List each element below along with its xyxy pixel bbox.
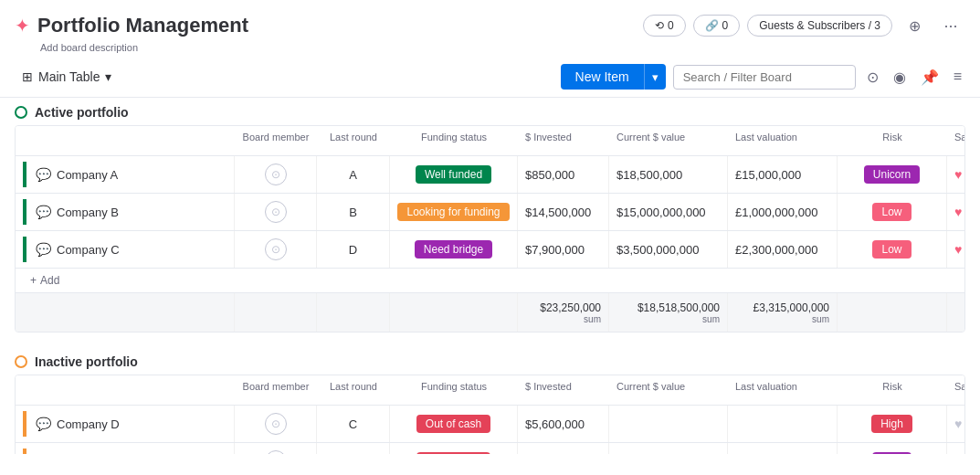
add-guests-icon-button[interactable]: ⊕ xyxy=(900,11,929,40)
main-table-button[interactable]: ⊞ Main Table ▾ xyxy=(15,66,119,88)
cell-name-d: 💬 Company D xyxy=(16,406,235,442)
sum-invested-value: $23,250,000 xyxy=(540,301,601,314)
table-row: 💬 Company D ⊙ C Out of cash $5,600,000 H… xyxy=(16,406,964,443)
col-last-valuation-i: Last valuation xyxy=(728,375,838,405)
heart-1: ♥ xyxy=(954,167,962,182)
heart-1: ♥ xyxy=(954,205,962,219)
add-person-icon: ⊕ xyxy=(909,17,921,35)
sum-satisfaction-active: 4 / 5 xyxy=(947,293,965,332)
cell-satisfaction-b: ♥ ♥ ♥ ♥ ♥ xyxy=(947,194,965,230)
more-options-button[interactable]: ··· xyxy=(936,11,965,40)
funding-badge-d: Out of cash xyxy=(416,415,490,433)
main-table-label: Main Table xyxy=(38,69,100,84)
avatar-e: ⊙ xyxy=(265,450,287,454)
risk-badge-b: Low xyxy=(872,203,911,221)
grid-icon: ⊞ xyxy=(22,69,33,84)
col-last-round: Last round xyxy=(317,126,390,155)
cell-board-member-d: ⊙ xyxy=(235,406,317,442)
table-row: 💬 Company A ⊙ A Well funded $850,000 $18… xyxy=(16,156,964,194)
cell-name-b: 💬 Company B xyxy=(16,194,235,230)
funding-badge-a: Well funded xyxy=(416,165,491,184)
cell-board-member-e: ⊙ xyxy=(235,443,317,454)
col-funding-status-i: Funding status xyxy=(390,375,518,405)
cell-round-d: C xyxy=(317,406,390,442)
cell-board-member-b: ⊙ xyxy=(235,194,317,230)
active-col-headers: Board member Last round Funding status $… xyxy=(16,126,964,156)
share-count-button[interactable]: ⟲ 0 xyxy=(643,15,686,37)
cell-satisfaction-c: ♥ ♥ ♥ ♥ ♥ xyxy=(947,231,965,268)
sum-risk-active xyxy=(838,293,947,332)
search-input[interactable] xyxy=(673,65,856,90)
cell-name-a: 💬 Company A xyxy=(16,156,235,193)
col-satisfaction: Satisfaction xyxy=(947,126,965,155)
cell-name-e: 💬 Company E xyxy=(16,443,235,454)
active-table: Board member Last round Funding status $… xyxy=(15,125,965,332)
col-name-i xyxy=(16,375,235,405)
more-icon: ··· xyxy=(943,16,957,36)
cell-valuation-a: £15,000,000 xyxy=(728,156,838,193)
sum-current-value: $18,518,500,000 xyxy=(638,301,720,314)
cell-funding-d: Out of cash xyxy=(390,406,518,442)
cell-invested-b: $14,500,000 xyxy=(518,194,609,230)
cell-funding-b: Looking for funding xyxy=(390,194,518,230)
cell-valuation-e xyxy=(728,443,838,454)
board-description[interactable]: Add board description xyxy=(40,42,965,53)
risk-badge-a: Unicorn xyxy=(864,165,920,184)
sum-row-active: $23,250,000 sum $18,518,500,000 sum £3,3… xyxy=(16,292,964,332)
sum-empty-1 xyxy=(16,293,235,332)
heart-2: ♥ xyxy=(964,167,965,182)
cell-round-a: A xyxy=(317,156,390,193)
add-row-active[interactable]: + Add xyxy=(16,269,964,292)
filter-icon[interactable]: ≡ xyxy=(950,65,965,89)
guests-button[interactable]: Guests & Subscribers / 3 xyxy=(747,15,892,37)
cell-invested-d: $5,600,000 xyxy=(518,406,609,442)
avatar-c: ⊙ xyxy=(265,238,287,260)
group-inactive: Inactive portfolio Board member Last rou… xyxy=(15,347,965,454)
row-bar-c xyxy=(23,237,26,262)
chat-icon-d[interactable]: 💬 xyxy=(36,417,51,431)
group-header-inactive: Inactive portfolio xyxy=(15,347,965,375)
col-risk: Risk xyxy=(838,126,947,155)
new-item-dropdown-button[interactable]: ▾ xyxy=(644,64,666,90)
cell-funding-c: Need bridge xyxy=(390,231,518,268)
heart-2: ♥ xyxy=(964,417,965,431)
chat-icon-c[interactable]: 💬 xyxy=(36,242,51,257)
cell-current-a: $18,500,000 xyxy=(609,156,728,193)
cell-satisfaction-a: ♥ ♥ ♥ ♥ ♥ xyxy=(947,156,965,193)
group-header-active: Active portfolio xyxy=(15,98,965,125)
pin-icon[interactable]: 📌 xyxy=(917,65,943,90)
person-icon[interactable]: ⊙ xyxy=(863,65,882,90)
new-item-wrap: New Item ▾ xyxy=(561,64,666,90)
risk-badge-c: Low xyxy=(872,240,911,259)
toolbar-left: ⊞ Main Table ▾ xyxy=(15,66,119,88)
sum-current-active: $18,518,500,000 sum xyxy=(609,293,728,332)
eye-icon[interactable]: ◉ xyxy=(890,65,910,90)
sum-empty-4 xyxy=(390,293,518,332)
link-count-button[interactable]: 🔗 0 xyxy=(693,15,741,37)
sum-empty-3 xyxy=(317,293,390,332)
group-name-active: Active portfolio xyxy=(35,105,129,120)
header-actions: ⟲ 0 🔗 0 Guests & Subscribers / 3 ⊕ ··· xyxy=(643,11,965,40)
new-item-button[interactable]: New Item xyxy=(561,64,644,90)
col-invested: $ Invested xyxy=(518,126,609,155)
share-count: 0 xyxy=(668,19,674,32)
hearts-b: ♥ ♥ ♥ ♥ ♥ xyxy=(954,205,965,219)
sum-valuation-value: £3,315,000,000 xyxy=(753,301,829,314)
sum-current-label: sum xyxy=(702,314,720,324)
col-risk-i: Risk xyxy=(838,375,947,405)
risk-badge-e: Med xyxy=(872,452,912,454)
cell-risk-e: Med xyxy=(838,443,947,454)
cell-risk-a: Unicorn xyxy=(838,156,947,193)
chat-icon-b[interactable]: 💬 xyxy=(36,205,51,219)
chat-icon-a[interactable]: 💬 xyxy=(36,167,51,182)
cell-risk-d: High xyxy=(838,406,947,442)
cell-current-b: $15,000,000,000 xyxy=(609,194,728,230)
group-name-inactive: Inactive portfolio xyxy=(35,354,138,369)
cell-valuation-d xyxy=(728,406,838,442)
company-name-a: Company A xyxy=(57,168,118,182)
group-active: Active portfolio Board member Last round… xyxy=(15,98,965,332)
cell-current-e xyxy=(609,443,728,454)
table-row: 💬 Company E ⊙ B Out of cash $59,000,000 … xyxy=(16,443,964,454)
col-board-member: Board member xyxy=(235,126,317,155)
cell-valuation-c: £2,300,000,000 xyxy=(728,231,838,268)
